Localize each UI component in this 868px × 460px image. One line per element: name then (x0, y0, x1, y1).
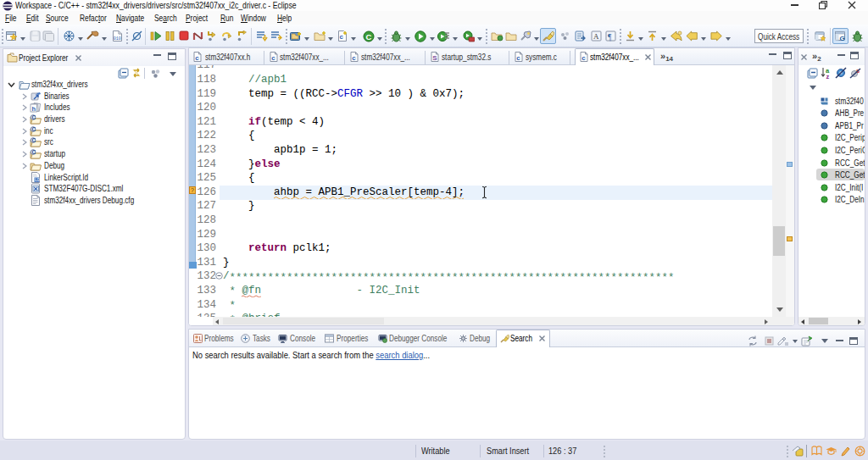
svg-text:G: G (840, 35, 845, 42)
svg-text:z: z (826, 73, 830, 80)
svg-text:C: C (31, 137, 36, 143)
svg-text:C: C (31, 149, 36, 155)
svg-text:010: 010 (114, 36, 121, 42)
svg-text:LD: LD (35, 178, 40, 182)
svg-text:c: c (340, 33, 344, 41)
svg-text:A: A (593, 32, 599, 41)
svg-text:C: C (366, 32, 372, 42)
svg-text:C: C (31, 126, 36, 132)
svg-text:h: h (32, 105, 36, 113)
svg-text:C: C (31, 114, 36, 120)
svg-text:¶: ¶ (608, 33, 612, 42)
